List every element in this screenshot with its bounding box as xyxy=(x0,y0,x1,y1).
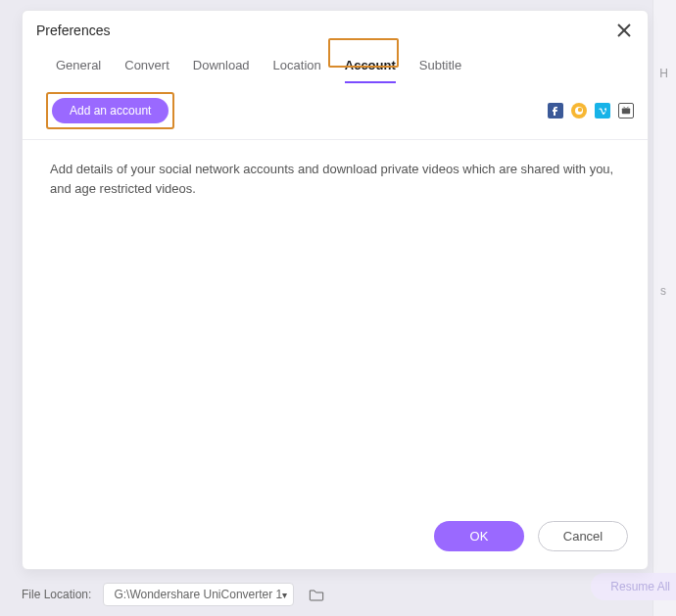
facebook-icon[interactable] xyxy=(548,103,563,118)
folder-icon xyxy=(309,588,324,601)
close-icon xyxy=(617,24,631,37)
svg-point-3 xyxy=(578,108,582,112)
social-icons-row xyxy=(548,103,634,118)
background-letter-s: s xyxy=(660,284,666,298)
tab-account[interactable]: Account xyxy=(345,58,396,82)
dialog-title: Preferences xyxy=(36,23,110,38)
close-button[interactable] xyxy=(614,21,634,40)
account-action-row: Add an account xyxy=(23,82,648,140)
tab-subtitle[interactable]: Subtitle xyxy=(419,58,461,82)
chevron-down-icon: ▾ xyxy=(282,590,287,600)
file-location-label: File Location: xyxy=(22,588,91,601)
background-panel-right xyxy=(652,0,676,616)
vimeo-icon[interactable] xyxy=(595,103,610,118)
file-location-dropdown[interactable]: G:\Wondershare UniConverter 1 ▾ xyxy=(103,583,294,606)
background-letter-h: H xyxy=(659,67,668,80)
tab-location[interactable]: Location xyxy=(273,58,321,82)
svg-line-6 xyxy=(627,107,629,109)
crunchyroll-icon[interactable] xyxy=(571,103,587,118)
dialog-footer: OK Cancel xyxy=(23,507,648,569)
file-location-bar: File Location: G:\Wondershare UniConvert… xyxy=(22,583,652,606)
niconico-icon[interactable] xyxy=(618,103,634,118)
account-description: Add details of your social network accou… xyxy=(23,140,648,507)
add-account-button-wrap: Add an account xyxy=(48,94,172,127)
add-account-button[interactable]: Add an account xyxy=(52,98,169,123)
file-location-value: G:\Wondershare UniConverter 1 xyxy=(114,588,282,601)
preferences-dialog: Preferences General Convert Download Loc… xyxy=(22,10,649,570)
tab-download[interactable]: Download xyxy=(193,58,250,82)
ok-button[interactable]: OK xyxy=(434,521,524,551)
tab-convert[interactable]: Convert xyxy=(124,58,169,82)
dialog-header: Preferences xyxy=(23,11,648,44)
cancel-button[interactable]: Cancel xyxy=(538,521,628,551)
app-backdrop: H s Resume All File Location: G:\Wonders… xyxy=(0,0,676,616)
tab-general[interactable]: General xyxy=(56,58,101,82)
tab-bar: General Convert Download Location Accoun… xyxy=(23,44,648,82)
open-folder-button[interactable] xyxy=(306,585,327,604)
svg-line-5 xyxy=(624,107,626,109)
svg-rect-4 xyxy=(622,109,630,115)
